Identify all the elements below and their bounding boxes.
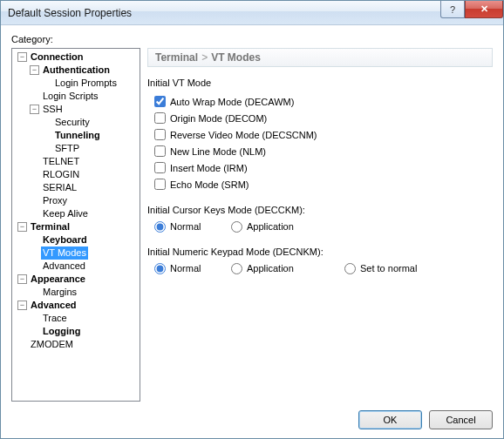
breadcrumb-root: Terminal xyxy=(155,51,198,64)
check-insert[interactable]: Insert Mode (IRM) xyxy=(154,159,493,176)
tree-node-vt-modes[interactable]: VT Modes xyxy=(28,247,140,260)
check-reverse-video[interactable]: Reverse Video Mode (DECSCNM) xyxy=(154,126,493,143)
group-numeric-keypad: Initial Numeric Keypad Mode (DECNKM): No… xyxy=(147,247,493,276)
radio-cursor-application[interactable]: Application xyxy=(231,219,308,234)
tree-node-login-scripts[interactable]: Login Scripts xyxy=(28,90,140,103)
tree-node-zmodem[interactable]: ZMODEM xyxy=(16,338,140,351)
tree-node-margins[interactable]: Margins xyxy=(28,286,140,299)
section-initial-vt-mode: Initial VT Mode xyxy=(147,78,493,88)
ok-button[interactable]: OK xyxy=(358,410,422,429)
radio-keypad-normal[interactable]: Normal xyxy=(154,260,231,276)
tree-node-telnet[interactable]: TELNET xyxy=(28,155,140,168)
collapse-icon[interactable]: − xyxy=(17,301,27,310)
checkbox-reverse-video[interactable] xyxy=(154,129,166,140)
collapse-icon[interactable]: − xyxy=(30,65,39,75)
tree-node-keep-alive[interactable]: Keep Alive xyxy=(28,207,140,220)
checkbox-insert[interactable] xyxy=(154,162,166,173)
tree-node-terminal-advanced[interactable]: Advanced xyxy=(28,260,140,273)
tree-node-authentication[interactable]: −Authentication xyxy=(28,64,140,77)
category-tree[interactable]: −Connection −Authentication Login Prompt… xyxy=(11,48,140,402)
breadcrumb-sep: > xyxy=(201,51,208,64)
checkbox-echo[interactable] xyxy=(154,179,166,190)
collapse-icon[interactable]: − xyxy=(17,52,27,62)
radio-keypad-application[interactable]: Application xyxy=(231,260,344,276)
window-title: Default Session Properties xyxy=(8,7,132,19)
breadcrumb-leaf: VT Modes xyxy=(211,51,261,64)
check-echo[interactable]: Echo Mode (SRM) xyxy=(154,176,493,192)
check-auto-wrap[interactable]: Auto Wrap Mode (DECAWM) xyxy=(154,93,493,110)
tree-node-terminal[interactable]: −Terminal xyxy=(16,220,140,233)
tree-node-trace[interactable]: Trace xyxy=(28,312,140,325)
vt-mode-options: Auto Wrap Mode (DECAWM) Origin Mode (DEC… xyxy=(154,93,493,192)
tree-node-keyboard[interactable]: Keyboard xyxy=(28,233,140,247)
collapse-icon[interactable]: − xyxy=(30,105,39,114)
checkbox-new-line[interactable] xyxy=(154,145,166,157)
dialog-window: Default Session Properties ? ✕ Category:… xyxy=(0,0,504,439)
breadcrumb: Terminal > VT Modes xyxy=(147,48,493,67)
dialog-body: Category: −Connection −Authentication Lo… xyxy=(1,25,503,438)
dialog-footer: OK Cancel xyxy=(11,405,493,429)
close-icon: ✕ xyxy=(480,3,488,15)
titlebar: Default Session Properties ? ✕ xyxy=(1,1,503,25)
tree-node-serial[interactable]: SERIAL xyxy=(28,181,140,194)
main-area: −Connection −Authentication Login Prompt… xyxy=(11,48,493,405)
check-origin[interactable]: Origin Mode (DECOM) xyxy=(154,110,493,126)
checkbox-auto-wrap[interactable] xyxy=(154,96,166,107)
help-button[interactable]: ? xyxy=(440,1,465,18)
tree-node-ssh[interactable]: −SSH xyxy=(28,103,140,116)
tree-node-sftp[interactable]: SFTP xyxy=(40,142,140,155)
category-label: Category: xyxy=(11,34,493,44)
tree-node-login-prompts[interactable]: Login Prompts xyxy=(40,77,140,90)
checkbox-origin[interactable] xyxy=(154,112,166,124)
collapse-icon[interactable]: − xyxy=(17,274,27,284)
tree-node-connection[interactable]: −Connection xyxy=(16,51,140,64)
collapse-icon[interactable]: − xyxy=(17,222,27,232)
radio-cursor-normal[interactable]: Normal xyxy=(154,219,231,234)
window-buttons: ? ✕ xyxy=(440,1,503,18)
content-pane: Terminal > VT Modes Initial VT Mode Auto… xyxy=(147,48,493,405)
check-new-line[interactable]: New Line Mode (NLM) xyxy=(154,143,493,159)
tree-node-tunneling[interactable]: Tunneling xyxy=(40,129,140,142)
tree-node-proxy[interactable]: Proxy xyxy=(28,194,140,207)
tree-node-rlogin[interactable]: RLOGIN xyxy=(28,168,140,181)
radio-keypad-set-normal[interactable]: Set to normal xyxy=(344,260,458,276)
cancel-button[interactable]: Cancel xyxy=(429,410,493,429)
settings-panel: Initial VT Mode Auto Wrap Mode (DECAWM) … xyxy=(147,67,493,405)
label-cursor-keys: Initial Cursor Keys Mode (DECCKM): xyxy=(147,205,493,215)
tree-node-logging[interactable]: Logging xyxy=(28,325,140,338)
close-button[interactable]: ✕ xyxy=(465,1,503,18)
tree-node-appearance[interactable]: −Appearance xyxy=(16,273,140,286)
group-cursor-keys: Initial Cursor Keys Mode (DECCKM): Norma… xyxy=(147,205,493,234)
tree-node-security[interactable]: Security xyxy=(40,116,140,129)
tree-node-advanced[interactable]: −Advanced xyxy=(16,299,140,312)
help-icon: ? xyxy=(450,4,455,15)
label-numeric-keypad: Initial Numeric Keypad Mode (DECNKM): xyxy=(147,247,493,257)
